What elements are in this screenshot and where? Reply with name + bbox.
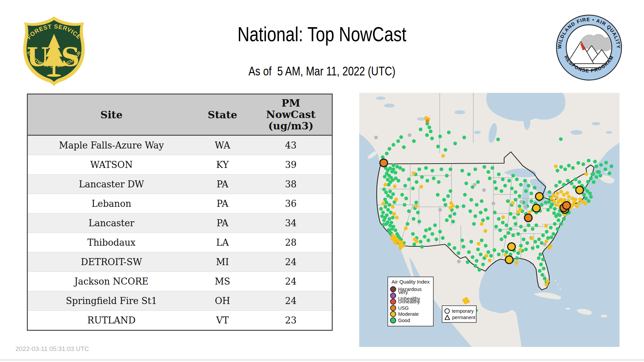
- top-site-marker: [379, 159, 388, 167]
- monitor-dot-good: [447, 242, 451, 246]
- monitor-dot-good: [559, 165, 563, 169]
- generation-timestamp: 2022-03-11 05:31:03 UTC: [15, 345, 89, 353]
- monitor-dot-moderate: [395, 216, 398, 220]
- monitor-dot-good: [423, 235, 426, 239]
- table-cell-site: Lancaster: [28, 214, 195, 233]
- monitor-dot-good: [508, 212, 512, 216]
- monitor-dot-good: [400, 193, 404, 196]
- monitor-dot-good: [589, 176, 593, 180]
- monitor-dot-good: [519, 183, 523, 186]
- monitor-dot-good: [427, 126, 431, 129]
- monitor-dot-good: [489, 254, 493, 257]
- monitor-dot-moderate: [412, 171, 416, 175]
- monitor-dot-good: [587, 199, 590, 203]
- monitor-dot-good: [475, 203, 478, 207]
- monitor-dot-good: [557, 218, 560, 222]
- monitor-dot-good: [427, 239, 430, 242]
- monitor-dot-good: [508, 227, 512, 231]
- monitor-dot-moderate: [577, 201, 581, 205]
- moderate-swatch-icon: [390, 311, 396, 317]
- monitor-dot-good: [526, 241, 529, 245]
- monitor-dot-good: [436, 144, 440, 148]
- table-header-row: SiteStatePMNowCast(ug/m3): [28, 94, 332, 135]
- monitor-dot-good: [546, 208, 550, 212]
- monitor-dot-moderate: [519, 248, 522, 252]
- table-cell-value: 24: [250, 272, 332, 291]
- monitor-dot-good: [609, 165, 613, 168]
- monitor-dot-moderate: [554, 165, 557, 168]
- report-page: FOREST SERVICE DEPARTMENT OF AGRICULTURE…: [0, 0, 644, 362]
- table-cell-site: Jackson NCORE: [28, 272, 195, 291]
- monitor-dot-good: [545, 230, 549, 233]
- monitor-dot-moderate: [414, 204, 418, 208]
- monitor-dot-good: [497, 173, 500, 176]
- monitor-dot-good: [501, 249, 504, 252]
- monitor-dot-good: [419, 128, 423, 131]
- monitor-dot-gray: [524, 205, 527, 209]
- table-row: Lancaster DWPA38: [28, 175, 332, 194]
- top-nowcast-table: SiteStatePMNowCast(ug/m3) Maple Falls-Az…: [27, 94, 333, 331]
- monitor-dot-good: [538, 269, 541, 273]
- monitor-dot-good: [474, 215, 477, 218]
- monitor-dot-moderate: [391, 205, 395, 209]
- monitor-dot-moderate: [399, 246, 402, 250]
- good-swatch-icon: [390, 317, 396, 323]
- monitor-dot-good: [553, 207, 556, 210]
- monitor-dot-good: [589, 195, 593, 199]
- column-header: PMNowCast(ug/m3): [250, 94, 332, 135]
- table-cell-value: 34: [250, 214, 332, 233]
- monitor-dot-good: [507, 179, 511, 183]
- monitor-dot-good: [453, 246, 457, 250]
- monitor-dot-good: [555, 169, 559, 172]
- monitor-dot-gray: [519, 200, 523, 204]
- table-row: Maple Falls-Azure WayWA43: [28, 135, 332, 155]
- monitor-dot-good: [407, 178, 411, 181]
- monitor-dot-good: [448, 215, 452, 218]
- table-cell-value: 38: [250, 175, 332, 194]
- aqi-legend-item: Very Unhealthy: [390, 293, 431, 299]
- monitor-dot-good: [537, 237, 541, 241]
- monitor-dot-good: [523, 179, 527, 183]
- monitor-dot-good: [440, 168, 443, 171]
- monitor-dot-moderate: [488, 258, 491, 262]
- monitor-dot-moderate: [575, 204, 579, 208]
- monitor-dot-good: [480, 239, 484, 242]
- monitor-dot-good: [492, 248, 496, 252]
- monitor-dot-good: [571, 166, 575, 170]
- unhealthy-swatch-icon: [390, 299, 396, 305]
- monitor-dot-good: [479, 253, 482, 256]
- monitor-dot-good: [499, 189, 503, 193]
- monitor-dot-gray: [482, 188, 486, 192]
- monitor-dot-good: [503, 184, 507, 188]
- monitor-dot-gray: [473, 183, 476, 186]
- monitor-dot-good: [497, 253, 500, 256]
- table-cell-state: MS: [195, 272, 250, 291]
- monitor-dot-good: [467, 173, 471, 176]
- monitor-dot-good: [541, 234, 545, 237]
- monitor-dot-good: [570, 181, 574, 185]
- monitor-dot-good: [514, 198, 518, 202]
- monitor-dot-good: [523, 229, 527, 232]
- monitor-dot-good: [511, 174, 515, 178]
- monitor-dot-moderate: [554, 203, 558, 207]
- table-row: ThibodauxLA28: [28, 233, 332, 252]
- monitor-dot-good: [405, 196, 408, 200]
- monitor-dot-good: [424, 166, 428, 170]
- monitor-dot-good: [522, 237, 525, 241]
- monitor-dot-good: [412, 139, 416, 143]
- monitor-dot-good: [529, 192, 533, 195]
- monitor-dot-good: [497, 217, 500, 221]
- monitor-dot-good: [472, 222, 476, 226]
- table-cell-site: WATSON: [28, 155, 195, 175]
- monitor-dot-good: [566, 179, 570, 183]
- monitor-dot-good: [391, 164, 395, 167]
- monitor-dot-good: [493, 211, 497, 215]
- monitor-dot-good: [464, 181, 468, 185]
- monitor-dot-good: [481, 218, 485, 222]
- monitor-dot-good: [499, 237, 503, 241]
- monitor-dot-good: [403, 184, 407, 187]
- monitor-dot-good: [519, 225, 523, 228]
- monitor-dot-good: [484, 244, 488, 247]
- table-cell-state: WA: [195, 135, 250, 155]
- monitor-dot-good: [441, 236, 445, 240]
